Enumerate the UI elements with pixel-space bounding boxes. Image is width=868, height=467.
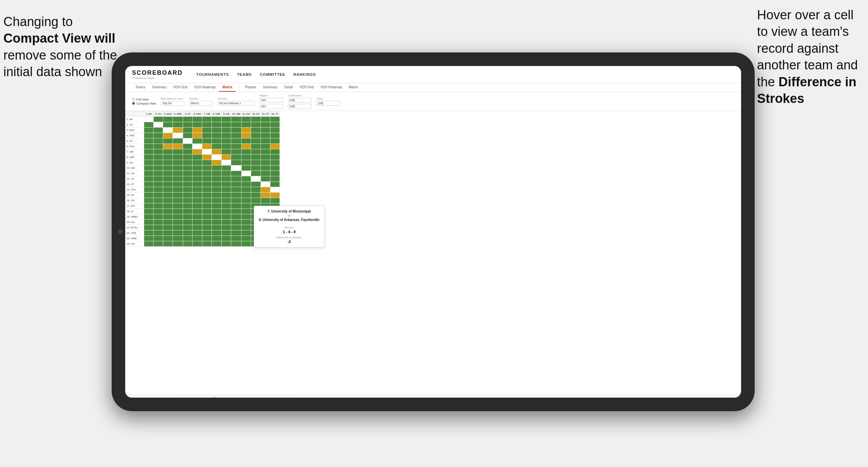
- matrix-cell[interactable]: [154, 144, 163, 149]
- matrix-cell[interactable]: [144, 165, 154, 171]
- matrix-cell[interactable]: [144, 155, 154, 160]
- matrix-cell[interactable]: [251, 171, 261, 176]
- matrix-cell[interactable]: [173, 138, 183, 144]
- matrix-cell[interactable]: [173, 187, 183, 193]
- matrix-cell[interactable]: [193, 160, 202, 165]
- matrix-cell[interactable]: [193, 176, 202, 182]
- matrix-cell[interactable]: [212, 133, 222, 138]
- matrix-cell[interactable]: [251, 149, 261, 155]
- matrix-cell[interactable]: [163, 236, 173, 241]
- matrix-cell[interactable]: [183, 225, 193, 230]
- matrix-cell[interactable]: [202, 220, 212, 225]
- matrix-cell[interactable]: [270, 133, 280, 138]
- matrix-cell[interactable]: [222, 182, 231, 187]
- matrix-cell[interactable]: [193, 122, 202, 128]
- matrix-cell[interactable]: [222, 144, 231, 149]
- matrix-cell[interactable]: [241, 133, 251, 138]
- matrix-cell[interactable]: [193, 236, 202, 241]
- matrix-cell[interactable]: [144, 198, 154, 203]
- matrix-cell[interactable]: [241, 160, 251, 165]
- matrix-cell[interactable]: [154, 203, 163, 209]
- matrix-cell[interactable]: [202, 160, 212, 165]
- matrix-cell[interactable]: [241, 138, 251, 144]
- matrix-cell[interactable]: [241, 128, 251, 133]
- matrix-cell[interactable]: [270, 198, 280, 203]
- matrix-cell[interactable]: [154, 165, 163, 171]
- matrix-cell[interactable]: [163, 144, 173, 149]
- matrix-cell[interactable]: [183, 187, 193, 193]
- sub-nav-p-h2h-grid[interactable]: H2H Grid: [296, 83, 317, 92]
- matrix-cell[interactable]: [183, 149, 193, 155]
- matrix-cell[interactable]: [144, 214, 154, 220]
- matrix-cell[interactable]: [202, 149, 212, 155]
- table-row[interactable]: 10. UW: [126, 165, 280, 171]
- matrix-cell[interactable]: [202, 176, 212, 182]
- matrix-cell[interactable]: [202, 236, 212, 241]
- matrix-cell[interactable]: [173, 220, 183, 225]
- table-row[interactable]: 3. ASU: [126, 128, 280, 133]
- matrix-cell[interactable]: [163, 165, 173, 171]
- matrix-cell[interactable]: [212, 214, 222, 220]
- table-row[interactable]: 1. AU: [126, 117, 280, 122]
- sub-nav-h2h-heatmap[interactable]: H2H Heatmap: [191, 83, 219, 92]
- matrix-cell[interactable]: [154, 187, 163, 193]
- matrix-cell[interactable]: [251, 122, 261, 128]
- matrix-cell[interactable]: [222, 160, 231, 165]
- matrix-cell[interactable]: [193, 149, 202, 155]
- matrix-cell[interactable]: [173, 230, 183, 236]
- matrix-cell[interactable]: [163, 133, 173, 138]
- matrix-cell[interactable]: [144, 160, 154, 165]
- matrix-cell[interactable]: [163, 155, 173, 160]
- matrix-cell[interactable]: [154, 225, 163, 230]
- matrix-cell[interactable]: [261, 133, 270, 138]
- matrix-cell[interactable]: [241, 122, 251, 128]
- matrix-cell[interactable]: [202, 203, 212, 209]
- matrix-cell[interactable]: [212, 203, 222, 209]
- table-row[interactable]: 16. UO: [126, 198, 280, 203]
- matrix-cell[interactable]: [202, 230, 212, 236]
- matrix-cell[interactable]: [183, 138, 193, 144]
- table-row[interactable]: 4. UNC: [126, 133, 280, 138]
- matrix-cell[interactable]: [212, 225, 222, 230]
- matrix-cell[interactable]: [241, 117, 251, 122]
- matrix-cell[interactable]: [222, 138, 231, 144]
- matrix-cell[interactable]: [231, 117, 241, 122]
- matrix-cell[interactable]: [183, 160, 193, 165]
- matrix-cell[interactable]: [183, 128, 193, 133]
- matrix-cell[interactable]: [270, 149, 280, 155]
- division-select[interactable]: NCAA Division I: [218, 101, 255, 106]
- matrix-cell[interactable]: [193, 198, 202, 203]
- matrix-cell[interactable]: [222, 214, 231, 220]
- matrix-cell[interactable]: [241, 236, 251, 241]
- sub-nav-teams[interactable]: Teams: [132, 83, 149, 92]
- matrix-cell[interactable]: [183, 193, 193, 198]
- matrix-cell[interactable]: [241, 182, 251, 187]
- matrix-cell[interactable]: [202, 209, 212, 214]
- matrix-cell[interactable]: [231, 149, 241, 155]
- layout-icon[interactable]: ⊞: [270, 397, 274, 398]
- table-row[interactable]: 5. UT: [126, 138, 280, 144]
- sub-nav-summary[interactable]: Summary: [149, 83, 170, 92]
- matrix-cell[interactable]: [212, 187, 222, 193]
- redo-icon[interactable]: ↪: [137, 397, 141, 398]
- matrix-cell[interactable]: [163, 214, 173, 220]
- matrix-cell[interactable]: [270, 138, 280, 144]
- matrix-cell[interactable]: [212, 117, 222, 122]
- matrix-cell[interactable]: [173, 133, 183, 138]
- matrix-cell[interactable]: [222, 155, 231, 160]
- matrix-cell[interactable]: [193, 133, 202, 138]
- matrix-cell[interactable]: [212, 160, 222, 165]
- table-row[interactable]: 2. VU: [126, 122, 280, 128]
- matrix-cell[interactable]: [270, 182, 280, 187]
- table-row[interactable]: 15. UF: [126, 193, 280, 198]
- zoom-out-icon[interactable]: ⊖: [144, 397, 148, 398]
- zoom-fit-icon[interactable]: ⊡: [151, 397, 154, 398]
- matrix-cell[interactable]: [193, 144, 202, 149]
- matrix-cell[interactable]: [270, 193, 280, 198]
- sub-nav-p-summary[interactable]: Summary: [260, 83, 281, 92]
- matrix-cell[interactable]: [183, 133, 193, 138]
- matrix-cell[interactable]: [154, 193, 163, 198]
- matrix-cell[interactable]: [183, 171, 193, 176]
- matrix-cell[interactable]: [154, 160, 163, 165]
- matrix-cell[interactable]: [222, 187, 231, 193]
